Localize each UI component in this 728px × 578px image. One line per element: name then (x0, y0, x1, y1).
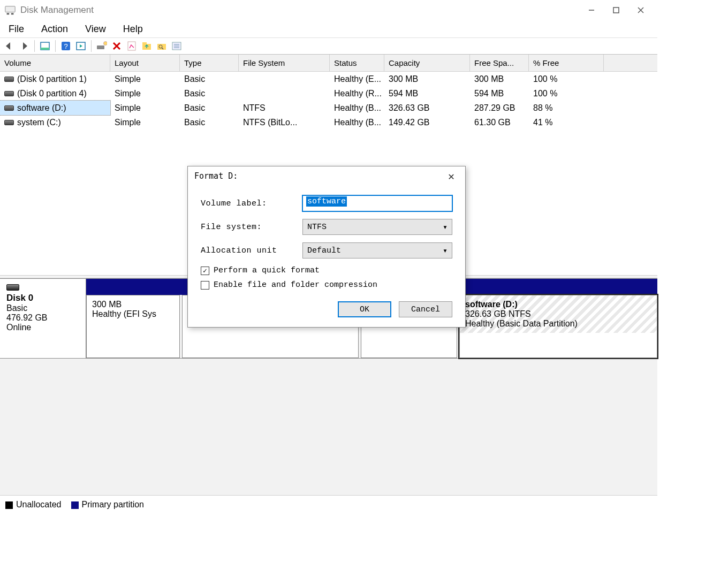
allocation-unit-select[interactable]: Default ▾ (302, 242, 452, 258)
volume-icon (4, 91, 14, 96)
volume-free: 300 MB (470, 72, 529, 86)
format-dialog: Format D: ✕ Volume label: software File … (187, 166, 466, 328)
app-icon (4, 4, 16, 16)
legend-unallocated-label: Unallocated (16, 500, 62, 509)
legend-primary-swatch (71, 501, 79, 509)
volume-free: 61.30 GB (470, 115, 529, 130)
window-title: Disk Management (20, 5, 94, 16)
disk-type: Basic (6, 303, 79, 313)
folder-up-button[interactable] (140, 39, 154, 53)
volume-layout: Simple (110, 101, 180, 115)
svg-text:?: ? (64, 42, 67, 50)
chevron-down-icon: ▾ (443, 246, 448, 256)
list-options-button[interactable] (170, 39, 184, 53)
svg-rect-2 (11, 13, 14, 15)
volume-capacity: 300 MB (384, 72, 470, 86)
volume-icon (4, 105, 14, 111)
disk-title: Disk 0 (6, 293, 79, 303)
minimize-button[interactable] (579, 2, 604, 19)
svg-rect-4 (613, 7, 619, 13)
disk-label-box[interactable]: Disk 0 Basic 476.92 GB Online (0, 279, 86, 358)
col-status[interactable]: Status (330, 55, 384, 71)
volume-capacity: 594 MB (384, 86, 470, 101)
show-hide-console-tree-button[interactable] (38, 39, 52, 53)
delete-button[interactable] (110, 39, 124, 53)
svg-rect-8 (41, 48, 49, 50)
file-system-select[interactable]: NTFS ▾ (302, 219, 452, 235)
volume-type: Basic (180, 115, 239, 130)
volume-row[interactable]: system (C:)SimpleBasicNTFS (BitLo...Heal… (0, 115, 657, 130)
volume-row[interactable]: software (D:)SimpleBasicNTFSHealthy (B..… (0, 101, 657, 115)
disk-state: Online (6, 323, 79, 332)
svg-rect-17 (157, 44, 166, 50)
menu-action[interactable]: Action (36, 21, 73, 37)
titlebar: Disk Management (0, 0, 657, 20)
volume-pct: 88 % (529, 101, 604, 115)
col-type[interactable]: Type (180, 55, 239, 71)
volume-name: (Disk 0 partition 1) (17, 74, 87, 84)
menu-view[interactable]: View (80, 21, 111, 37)
volume-pct: 100 % (529, 72, 604, 86)
volume-label-input[interactable]: software (302, 195, 452, 211)
volume-label-label: Volume label: (201, 199, 302, 208)
refresh-button[interactable] (95, 39, 109, 53)
quick-format-checkbox[interactable]: ✓ (201, 267, 209, 275)
svg-rect-1 (7, 13, 10, 15)
close-button[interactable] (628, 2, 653, 19)
partition-info: 300 MBHealthy (EFI Sys (87, 295, 179, 323)
volume-fs: NTFS (BitLo... (239, 115, 330, 130)
col-fs[interactable]: File System (239, 55, 330, 71)
volume-fs: NTFS (239, 101, 330, 115)
volume-free: 287.29 GB (470, 101, 529, 115)
properties-button[interactable] (125, 39, 139, 53)
forward-button[interactable] (17, 39, 31, 53)
volume-icon (4, 120, 14, 125)
partition-cell[interactable]: 300 MBHealthy (EFI Sys (86, 295, 180, 358)
dialog-title: Format D: (194, 171, 238, 181)
back-button[interactable] (2, 39, 16, 53)
menu-file[interactable]: File (3, 21, 29, 37)
file-system-label: File system: (201, 223, 302, 232)
volume-status: Healthy (B... (330, 115, 384, 130)
volume-status: Healthy (R... (330, 86, 384, 101)
col-layout[interactable]: Layout (110, 55, 180, 71)
col-free[interactable]: Free Spa... (470, 55, 529, 71)
search-button[interactable] (155, 39, 169, 53)
col-pct[interactable]: % Free (529, 55, 604, 71)
dialog-titlebar[interactable]: Format D: ✕ (188, 166, 465, 186)
partition-cell[interactable]: software (D:)326.63 GB NTFSHealthy (Basi… (459, 295, 657, 358)
col-capacity[interactable]: Capacity (384, 55, 470, 71)
disk-management-window: Disk Management File Action View Help ? … (0, 0, 657, 514)
svg-rect-12 (97, 45, 104, 49)
dialog-close-button[interactable]: ✕ (444, 169, 459, 184)
cancel-button[interactable]: Cancel (399, 301, 452, 317)
legend-unallocated-swatch (5, 501, 13, 509)
disk-capacity: 476.92 GB (6, 313, 79, 323)
action-pane-button[interactable] (74, 39, 88, 53)
volume-status: Healthy (B... (330, 101, 384, 115)
volume-status: Healthy (E... (330, 72, 384, 86)
compression-checkbox[interactable] (201, 281, 209, 290)
svg-point-13 (104, 42, 108, 45)
volume-row[interactable]: (Disk 0 partition 1)SimpleBasicHealthy (… (0, 72, 657, 86)
volume-type: Basic (180, 72, 239, 86)
help-button[interactable]: ? (59, 39, 73, 53)
volume-layout: Simple (110, 86, 180, 101)
volume-fs (239, 72, 330, 86)
volume-type: Basic (180, 101, 239, 115)
col-volume[interactable]: Volume (0, 55, 110, 71)
volume-type: Basic (180, 86, 239, 101)
volume-pct: 100 % (529, 86, 604, 101)
menu-help[interactable]: Help (118, 21, 148, 37)
volume-list-header: Volume Layout Type File System Status Ca… (0, 55, 657, 72)
volume-name: system (C:) (17, 118, 61, 127)
volume-icon (4, 77, 14, 82)
compression-label: Enable file and folder compression (214, 280, 377, 290)
ok-button[interactable]: OK (338, 301, 391, 317)
volume-row[interactable]: (Disk 0 partition 4)SimpleBasicHealthy (… (0, 86, 657, 101)
maximize-button[interactable] (604, 2, 628, 19)
volume-fs (239, 86, 330, 101)
volume-name: software (D:) (17, 103, 66, 113)
partition-info: software (D:)326.63 GB NTFSHealthy (Basi… (460, 295, 657, 333)
volume-free: 594 MB (470, 86, 529, 101)
